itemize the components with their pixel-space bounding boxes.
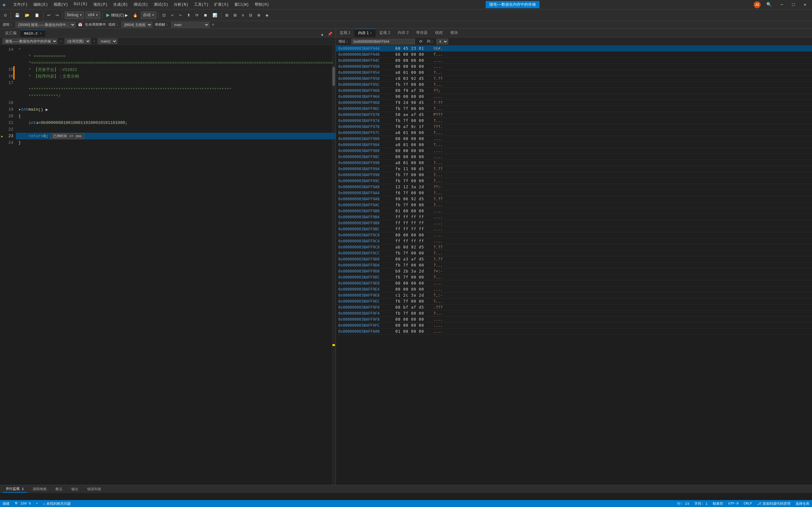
debug-tab-callstack[interactable]: 调用堆栈	[30, 486, 50, 493]
tab-main-c[interactable]: main.c ×	[20, 30, 45, 37]
memory-row[interactable]: 0x000000903BAFF9C000 00 00 00....	[336, 232, 812, 238]
menu-project[interactable]: 项目(P)	[91, 1, 110, 8]
arch-select[interactable]: x64 ▾	[85, 11, 100, 19]
memory-row[interactable]: 0x000000903BAFF97050 ae af d5P???	[336, 112, 812, 118]
tab-threads[interactable]: 线程	[432, 29, 447, 37]
code-line-4[interactable]: * 【程序内容】：文章示例	[16, 73, 336, 79]
debug-tab-breakpoints[interactable]: 断点	[52, 486, 66, 493]
memory-row[interactable]: 0x000000903BAFF9A899 06 92 d5?.??	[336, 196, 812, 202]
memory-row[interactable]: 0x000000903BAFF990a8 01 00 00?...	[336, 160, 812, 166]
code-content[interactable]: * * ============= *=====================…	[16, 45, 336, 485]
memory-row[interactable]: 0x000000903BAFF94866 00 00 00f...	[336, 52, 812, 58]
debug-mode-select[interactable]: Debug ▾	[65, 11, 84, 19]
status-error[interactable]: ⚠ 未找到相关问题	[43, 501, 71, 506]
menu-help[interactable]: 帮助(H)	[252, 1, 272, 8]
toolbar-misc4[interactable]: ⊟	[247, 12, 254, 18]
memory-row[interactable]: 0x000000903BAFF9E400 00 00 00....	[336, 286, 812, 292]
memory-row[interactable]: 0x000000903BAFF96080 f9 af 3b??;	[336, 88, 812, 94]
process-select[interactable]: [35060] 随笔——数据在内存中...	[15, 22, 75, 27]
toolbar-misc1[interactable]: ⊠	[223, 12, 230, 18]
memory-row[interactable]: 0x000000903BAFF9E8c1 2c 3a 2d?,:-	[336, 292, 812, 298]
menu-file[interactable]: 文件(F)	[11, 1, 31, 8]
memory-row[interactable]: 0x000000903BAFF9C8ab 0d 92 d5?.??	[336, 244, 812, 250]
memory-row[interactable]: 0x000000903BAFF98C00 00 00 00....	[336, 154, 812, 160]
code-line-8[interactable]	[16, 100, 336, 106]
memory-row[interactable]: 0x000000903BAFF9D4fb 7f 00 00?...	[336, 262, 812, 268]
toolbar-step-in[interactable]: ⤷	[177, 12, 184, 18]
debug-tab-output[interactable]: 输出	[68, 486, 82, 493]
tab-close-icon[interactable]: ×	[40, 32, 42, 36]
toolbar-open[interactable]: 📂	[23, 12, 32, 18]
memory-row[interactable]: 0x000000903BAFF9F800 00 00 00....	[336, 317, 812, 323]
memory-row[interactable]: 0x000000903BAFF9ECf6 7f 00 00?...	[336, 298, 812, 304]
auto-select[interactable]: 自动 ▾	[141, 11, 156, 19]
toolbar-save-all[interactable]: 💾	[13, 12, 21, 18]
column-select[interactable]: 4	[437, 39, 448, 44]
memory-row[interactable]: 0x000000903BAFF94C00 00 00 00....	[336, 58, 812, 64]
search-btn[interactable]: 🔍	[763, 1, 775, 8]
memory-row[interactable]: 0x000000903BAFF9B001 00 00 00....	[336, 208, 812, 214]
editor-pin-btn[interactable]: 📌	[326, 31, 334, 37]
menu-extensions[interactable]: 扩展(X)	[212, 1, 231, 8]
status-ready[interactable]: 就绪	[3, 501, 9, 506]
memory-content[interactable]: 0x000000903BAFF94468 45 23 01hE#.0x00000…	[336, 46, 812, 485]
code-line-2[interactable]: *=======================================…	[16, 60, 336, 66]
menu-git[interactable]: Git(G)	[71, 1, 90, 8]
menu-debug[interactable]: 调试(D)	[131, 1, 151, 8]
memory-row[interactable]: 0x000000903BAFF9B8ff ff ff ff....	[336, 220, 812, 226]
address-input[interactable]	[351, 39, 415, 44]
memory-row[interactable]: 0x000000903BAFF9D8b9 2b 3a 2d?+:-	[336, 268, 812, 274]
memory-row[interactable]: 0x000000903BAFF9CCfb 7f 00 00?...	[336, 250, 812, 257]
menu-edit[interactable]: 编辑(E)	[31, 1, 50, 8]
memory1-tab-close[interactable]: ×	[370, 32, 372, 35]
minimize-btn[interactable]: ─	[777, 2, 786, 8]
code-line-3[interactable]: * 【开发平台】：VS2022	[16, 66, 336, 73]
debug-tab-parallel[interactable]: 并行监视 1	[3, 486, 27, 493]
memory-row[interactable]: 0x000000903BAFF9E000 00 00 00....	[336, 280, 812, 286]
code-line-13[interactable]: return 0; 已用时间 <= 2ms	[16, 133, 336, 139]
memory-row[interactable]: 0x000000903BAFF9FC00 00 00 00....	[336, 323, 812, 329]
tab-modules[interactable]: 模块	[447, 29, 462, 37]
memory-row[interactable]: 0x000000903BAFF968f9 2d 98 d5?-??	[336, 100, 812, 106]
tab-memory2[interactable]: 内存 2	[394, 29, 412, 37]
menu-window[interactable]: 窗口(W)	[232, 1, 252, 8]
menu-test[interactable]: 测试(S)	[151, 1, 171, 8]
code-line-12[interactable]	[16, 126, 336, 133]
toolbar-undo2[interactable]: ↩	[45, 12, 52, 18]
function-select[interactable]: main()	[98, 38, 117, 44]
code-editor[interactable]: 141516171819202122➤2324 * * ============…	[0, 45, 336, 485]
toolbar-misc2[interactable]: ⊞	[232, 12, 239, 18]
lifecycle-icon[interactable]: 📅	[78, 22, 83, 26]
stack-select[interactable]: main	[171, 22, 209, 27]
status-zoom[interactable]: 🔍 150 %	[14, 502, 31, 506]
memory-row[interactable]: 0x000000903BAFF9BCff ff ff ff....	[336, 226, 812, 232]
memory-row[interactable]: 0x000000903BAFF9D000 a3 af d5?.??	[336, 257, 812, 262]
tab-watch2[interactable]: 监视 2	[375, 29, 394, 37]
continue-btn[interactable]: ▶ 继续(C) ▶	[104, 11, 130, 19]
code-line-9[interactable]: ▾ int main() ▶	[16, 106, 336, 113]
toolbar-redo[interactable]: ↪	[54, 12, 61, 18]
status-format[interactable]: 制表符	[713, 501, 723, 506]
toolbar-step-out[interactable]: ⬆	[185, 12, 192, 18]
toolbar-undo[interactable]: ⊙	[2, 12, 9, 18]
memory-row[interactable]: 0x000000903BAFF9F4fb 7f 00 00?...	[336, 311, 812, 317]
toolbar-diag[interactable]: 📊	[211, 12, 219, 18]
code-line-14[interactable]: }	[16, 139, 336, 146]
tab-watch1[interactable]: 监视 1	[336, 29, 354, 37]
toolbar-step-over[interactable]: ⤶	[169, 12, 176, 18]
close-btn[interactable]: ✕	[801, 1, 809, 8]
memory-row[interactable]: 0x000000903BAFF9A012 12 3a 2d??:-	[336, 184, 812, 190]
scope-select[interactable]: (全局范围)	[65, 38, 91, 44]
status-git[interactable]: ⎇ 添加到源代码管理	[757, 501, 791, 506]
avatar-btn[interactable]: JZ	[754, 1, 761, 8]
tab-registers[interactable]: 寄存器	[412, 29, 432, 37]
menu-analyze[interactable]: 分析(N)	[171, 1, 191, 8]
code-line-5[interactable]	[16, 79, 336, 86]
code-line-0[interactable]: *	[16, 46, 336, 53]
thread-select[interactable]: [8604] 主线程	[121, 22, 152, 27]
memory-row[interactable]: 0x000000903BAFF96490 00 00 00....	[336, 94, 812, 100]
project-select[interactable]: 随笔——数据在内存中的存储	[3, 38, 57, 44]
tab-memory1[interactable]: 内存 1 ×	[354, 29, 376, 37]
code-line-1[interactable]: * =============	[16, 53, 336, 60]
code-line-6[interactable]: ****************************************…	[16, 86, 336, 93]
